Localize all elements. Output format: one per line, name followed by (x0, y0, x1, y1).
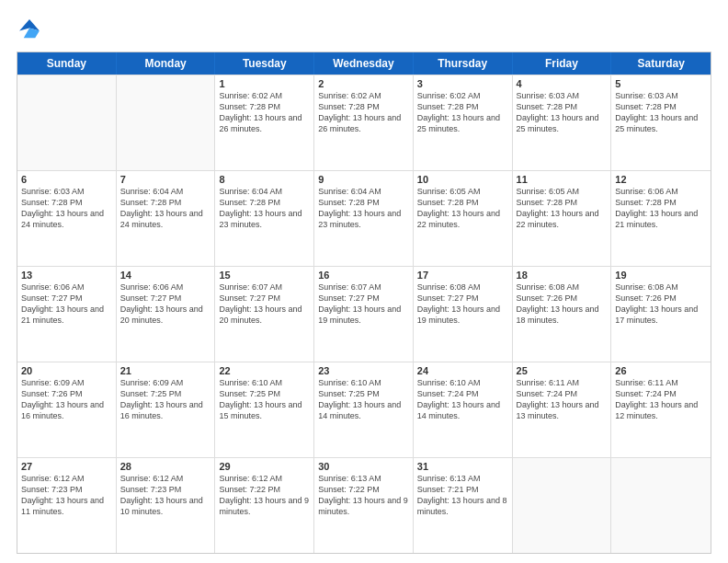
calendar-row: 13Sunrise: 6:06 AM Sunset: 7:27 PM Dayli… (17, 266, 711, 362)
day-number: 26 (615, 365, 707, 376)
day-info: Sunrise: 6:12 AM Sunset: 7:22 PM Dayligh… (219, 473, 310, 518)
calendar-cell: 19Sunrise: 6:08 AM Sunset: 7:26 PM Dayli… (611, 267, 711, 362)
weekday-header: Thursday (414, 52, 513, 75)
day-number: 2 (318, 78, 409, 89)
day-info: Sunrise: 6:04 AM Sunset: 7:28 PM Dayligh… (219, 186, 310, 231)
calendar-cell: 22Sunrise: 6:10 AM Sunset: 7:25 PM Dayli… (215, 362, 314, 457)
day-info: Sunrise: 6:08 AM Sunset: 7:26 PM Dayligh… (517, 282, 608, 327)
calendar-cell: 14Sunrise: 6:06 AM Sunset: 7:27 PM Dayli… (117, 267, 216, 362)
calendar-cell: 29Sunrise: 6:12 AM Sunset: 7:22 PM Dayli… (215, 458, 314, 553)
day-number: 4 (517, 78, 608, 89)
day-number: 14 (120, 270, 211, 281)
calendar-cell (513, 458, 612, 553)
calendar-cell: 4Sunrise: 6:03 AM Sunset: 7:28 PM Daylig… (513, 75, 612, 170)
day-number: 27 (21, 461, 112, 472)
day-number: 18 (517, 270, 608, 281)
day-info: Sunrise: 6:04 AM Sunset: 7:28 PM Dayligh… (318, 186, 409, 231)
day-number: 3 (417, 78, 508, 89)
weekday-header: Friday (513, 52, 612, 75)
day-info: Sunrise: 6:09 AM Sunset: 7:26 PM Dayligh… (21, 377, 112, 422)
weekday-header: Saturday (611, 52, 711, 75)
day-number: 28 (120, 461, 211, 472)
day-number: 8 (219, 174, 310, 185)
day-number: 9 (318, 174, 409, 185)
day-info: Sunrise: 6:10 AM Sunset: 7:25 PM Dayligh… (318, 377, 409, 422)
day-info: Sunrise: 6:02 AM Sunset: 7:28 PM Dayligh… (417, 90, 508, 135)
day-number: 12 (615, 174, 707, 185)
calendar-cell: 3Sunrise: 6:02 AM Sunset: 7:28 PM Daylig… (414, 75, 513, 170)
day-number: 29 (219, 461, 310, 472)
calendar-body: 1Sunrise: 6:02 AM Sunset: 7:28 PM Daylig… (17, 75, 711, 553)
day-info: Sunrise: 6:07 AM Sunset: 7:27 PM Dayligh… (219, 282, 310, 327)
calendar-cell: 31Sunrise: 6:13 AM Sunset: 7:21 PM Dayli… (414, 458, 513, 553)
day-info: Sunrise: 6:13 AM Sunset: 7:22 PM Dayligh… (318, 473, 409, 518)
page: SundayMondayTuesdayWednesdayThursdayFrid… (0, 0, 728, 563)
calendar-cell: 15Sunrise: 6:07 AM Sunset: 7:27 PM Dayli… (215, 267, 314, 362)
calendar-cell: 28Sunrise: 6:12 AM Sunset: 7:23 PM Dayli… (117, 458, 216, 553)
calendar-cell: 6Sunrise: 6:03 AM Sunset: 7:28 PM Daylig… (17, 171, 117, 266)
day-info: Sunrise: 6:08 AM Sunset: 7:27 PM Dayligh… (417, 282, 508, 327)
day-number: 22 (219, 365, 310, 376)
calendar-cell: 9Sunrise: 6:04 AM Sunset: 7:28 PM Daylig… (314, 171, 414, 266)
day-info: Sunrise: 6:12 AM Sunset: 7:23 PM Dayligh… (120, 473, 211, 518)
day-number: 21 (120, 365, 211, 376)
header (17, 17, 711, 42)
day-info: Sunrise: 6:02 AM Sunset: 7:28 PM Dayligh… (219, 90, 310, 135)
day-info: Sunrise: 6:12 AM Sunset: 7:23 PM Dayligh… (21, 473, 112, 518)
calendar-cell: 12Sunrise: 6:06 AM Sunset: 7:28 PM Dayli… (611, 171, 711, 266)
day-number: 11 (517, 174, 608, 185)
calendar-cell: 10Sunrise: 6:05 AM Sunset: 7:28 PM Dayli… (414, 171, 513, 266)
day-info: Sunrise: 6:03 AM Sunset: 7:28 PM Dayligh… (615, 90, 707, 135)
day-info: Sunrise: 6:04 AM Sunset: 7:28 PM Dayligh… (120, 186, 211, 231)
calendar-cell: 30Sunrise: 6:13 AM Sunset: 7:22 PM Dayli… (314, 458, 414, 553)
day-number: 31 (417, 461, 508, 472)
calendar-cell: 16Sunrise: 6:07 AM Sunset: 7:27 PM Dayli… (314, 267, 414, 362)
day-number: 16 (318, 270, 409, 281)
day-info: Sunrise: 6:05 AM Sunset: 7:28 PM Dayligh… (417, 186, 508, 231)
day-info: Sunrise: 6:08 AM Sunset: 7:26 PM Dayligh… (615, 282, 707, 327)
calendar-cell: 21Sunrise: 6:09 AM Sunset: 7:25 PM Dayli… (117, 362, 216, 457)
day-info: Sunrise: 6:07 AM Sunset: 7:27 PM Dayligh… (318, 282, 409, 327)
day-number: 25 (517, 365, 608, 376)
day-number: 5 (615, 78, 707, 89)
day-number: 17 (417, 270, 508, 281)
day-info: Sunrise: 6:11 AM Sunset: 7:24 PM Dayligh… (517, 377, 608, 422)
day-number: 20 (21, 365, 112, 376)
calendar-row: 6Sunrise: 6:03 AM Sunset: 7:28 PM Daylig… (17, 170, 711, 266)
day-number: 15 (219, 270, 310, 281)
day-info: Sunrise: 6:05 AM Sunset: 7:28 PM Dayligh… (517, 186, 608, 231)
calendar-row: 27Sunrise: 6:12 AM Sunset: 7:23 PM Dayli… (17, 457, 711, 553)
weekday-header: Tuesday (215, 52, 314, 75)
day-number: 13 (21, 270, 112, 281)
calendar-header: SundayMondayTuesdayWednesdayThursdayFrid… (17, 52, 711, 75)
calendar-cell: 26Sunrise: 6:11 AM Sunset: 7:24 PM Dayli… (611, 362, 711, 457)
weekday-header: Sunday (17, 52, 117, 75)
day-number: 1 (219, 78, 310, 89)
day-info: Sunrise: 6:11 AM Sunset: 7:24 PM Dayligh… (615, 377, 707, 422)
day-info: Sunrise: 6:03 AM Sunset: 7:28 PM Dayligh… (21, 186, 112, 231)
calendar-cell: 24Sunrise: 6:10 AM Sunset: 7:24 PM Dayli… (414, 362, 513, 457)
calendar-cell: 8Sunrise: 6:04 AM Sunset: 7:28 PM Daylig… (215, 171, 314, 266)
day-info: Sunrise: 6:06 AM Sunset: 7:27 PM Dayligh… (21, 282, 112, 327)
day-number: 6 (21, 174, 112, 185)
day-number: 10 (417, 174, 508, 185)
day-number: 24 (417, 365, 508, 376)
calendar-cell: 2Sunrise: 6:02 AM Sunset: 7:28 PM Daylig… (314, 75, 414, 170)
day-number: 23 (318, 365, 409, 376)
day-info: Sunrise: 6:03 AM Sunset: 7:28 PM Dayligh… (517, 90, 608, 135)
calendar-cell: 5Sunrise: 6:03 AM Sunset: 7:28 PM Daylig… (611, 75, 711, 170)
day-number: 7 (120, 174, 211, 185)
weekday-header: Wednesday (314, 52, 414, 75)
day-info: Sunrise: 6:13 AM Sunset: 7:21 PM Dayligh… (417, 473, 508, 518)
calendar-cell: 13Sunrise: 6:06 AM Sunset: 7:27 PM Dayli… (17, 267, 117, 362)
calendar-cell: 11Sunrise: 6:05 AM Sunset: 7:28 PM Dayli… (513, 171, 612, 266)
calendar-row: 20Sunrise: 6:09 AM Sunset: 7:26 PM Dayli… (17, 362, 711, 457)
calendar-cell: 17Sunrise: 6:08 AM Sunset: 7:27 PM Dayli… (414, 267, 513, 362)
logo-icon (17, 17, 42, 42)
calendar-cell: 20Sunrise: 6:09 AM Sunset: 7:26 PM Dayli… (17, 362, 117, 457)
calendar-cell (17, 75, 117, 170)
logo (17, 17, 46, 42)
calendar-cell: 1Sunrise: 6:02 AM Sunset: 7:28 PM Daylig… (215, 75, 314, 170)
calendar-cell: 25Sunrise: 6:11 AM Sunset: 7:24 PM Dayli… (513, 362, 612, 457)
day-info: Sunrise: 6:06 AM Sunset: 7:27 PM Dayligh… (120, 282, 211, 327)
